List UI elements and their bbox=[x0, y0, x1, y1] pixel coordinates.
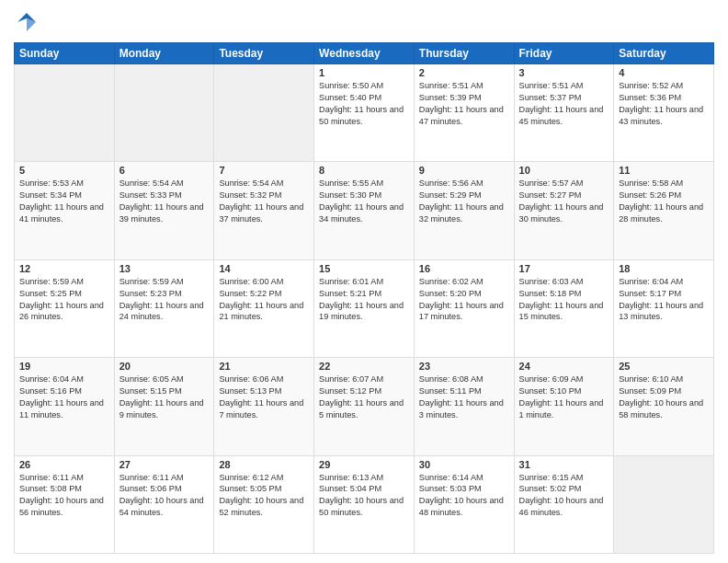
day-number: 21 bbox=[219, 361, 309, 372]
day-info: Sunrise: 6:04 AM Sunset: 5:16 PM Dayligh… bbox=[19, 373, 109, 421]
calendar-week-5: 26Sunrise: 6:11 AM Sunset: 5:08 PM Dayli… bbox=[15, 455, 714, 553]
day-info: Sunrise: 6:05 AM Sunset: 5:15 PM Dayligh… bbox=[119, 373, 210, 421]
weekday-header-wednesday: Wednesday bbox=[314, 43, 415, 64]
day-info: Sunrise: 6:09 AM Sunset: 5:10 PM Dayligh… bbox=[519, 373, 609, 421]
calendar-cell: 8Sunrise: 5:55 AM Sunset: 5:30 PM Daylig… bbox=[314, 162, 415, 259]
day-info: Sunrise: 5:59 AM Sunset: 5:23 PM Dayligh… bbox=[119, 276, 210, 324]
day-info: Sunrise: 5:58 AM Sunset: 5:26 PM Dayligh… bbox=[619, 178, 709, 225]
weekday-row: SundayMondayTuesdayWednesdayThursdayFrid… bbox=[15, 43, 714, 64]
day-number: 1 bbox=[319, 67, 409, 78]
calendar-cell: 21Sunrise: 6:06 AM Sunset: 5:13 PM Dayli… bbox=[214, 358, 314, 455]
day-number: 24 bbox=[519, 361, 609, 372]
page: SundayMondayTuesdayWednesdayThursdayFrid… bbox=[0, 0, 728, 563]
day-info: Sunrise: 6:08 AM Sunset: 5:11 PM Dayligh… bbox=[419, 373, 509, 421]
day-info: Sunrise: 5:57 AM Sunset: 5:27 PM Dayligh… bbox=[519, 178, 609, 225]
calendar-week-4: 19Sunrise: 6:04 AM Sunset: 5:16 PM Dayli… bbox=[15, 358, 714, 455]
day-number: 28 bbox=[219, 459, 309, 470]
day-info: Sunrise: 5:50 AM Sunset: 5:40 PM Dayligh… bbox=[319, 80, 409, 128]
calendar-cell: 18Sunrise: 6:04 AM Sunset: 5:17 PM Dayli… bbox=[614, 259, 714, 357]
day-info: Sunrise: 5:52 AM Sunset: 5:36 PM Dayligh… bbox=[619, 80, 709, 128]
day-info: Sunrise: 5:59 AM Sunset: 5:25 PM Dayligh… bbox=[19, 276, 109, 324]
calendar-cell: 22Sunrise: 6:07 AM Sunset: 5:12 PM Dayli… bbox=[314, 358, 415, 455]
day-info: Sunrise: 5:53 AM Sunset: 5:34 PM Dayligh… bbox=[19, 178, 109, 225]
calendar-cell: 14Sunrise: 6:00 AM Sunset: 5:22 PM Dayli… bbox=[214, 259, 314, 357]
day-number: 31 bbox=[519, 459, 609, 470]
day-number: 13 bbox=[119, 263, 210, 274]
weekday-header-friday: Friday bbox=[514, 43, 614, 64]
calendar-cell bbox=[15, 64, 115, 162]
day-number: 17 bbox=[519, 263, 609, 274]
calendar-cell: 26Sunrise: 6:11 AM Sunset: 5:08 PM Dayli… bbox=[15, 455, 115, 553]
day-info: Sunrise: 6:06 AM Sunset: 5:13 PM Dayligh… bbox=[219, 373, 309, 421]
day-info: Sunrise: 6:10 AM Sunset: 5:09 PM Dayligh… bbox=[619, 373, 709, 421]
calendar-cell bbox=[214, 64, 314, 162]
day-info: Sunrise: 5:54 AM Sunset: 5:32 PM Dayligh… bbox=[219, 178, 309, 225]
day-number: 23 bbox=[419, 361, 509, 372]
day-number: 19 bbox=[19, 361, 109, 372]
calendar-header: SundayMondayTuesdayWednesdayThursdayFrid… bbox=[15, 43, 714, 64]
day-number: 3 bbox=[519, 67, 609, 78]
day-number: 30 bbox=[419, 459, 509, 470]
day-info: Sunrise: 6:04 AM Sunset: 5:17 PM Dayligh… bbox=[619, 276, 709, 324]
calendar-cell: 6Sunrise: 5:54 AM Sunset: 5:33 PM Daylig… bbox=[114, 162, 214, 259]
calendar-week-1: 1Sunrise: 5:50 AM Sunset: 5:40 PM Daylig… bbox=[15, 64, 714, 162]
day-info: Sunrise: 5:51 AM Sunset: 5:39 PM Dayligh… bbox=[419, 80, 509, 128]
day-info: Sunrise: 6:14 AM Sunset: 5:03 PM Dayligh… bbox=[419, 472, 509, 520]
day-info: Sunrise: 6:00 AM Sunset: 5:22 PM Dayligh… bbox=[219, 276, 309, 324]
calendar-cell: 30Sunrise: 6:14 AM Sunset: 5:03 PM Dayli… bbox=[414, 455, 514, 553]
day-number: 7 bbox=[219, 165, 309, 176]
calendar-cell: 4Sunrise: 5:52 AM Sunset: 5:36 PM Daylig… bbox=[614, 64, 714, 162]
day-info: Sunrise: 5:55 AM Sunset: 5:30 PM Dayligh… bbox=[319, 178, 409, 225]
calendar-cell: 7Sunrise: 5:54 AM Sunset: 5:32 PM Daylig… bbox=[214, 162, 314, 259]
day-info: Sunrise: 6:02 AM Sunset: 5:20 PM Dayligh… bbox=[419, 276, 509, 324]
day-number: 11 bbox=[619, 165, 709, 176]
logo-icon bbox=[14, 9, 40, 35]
calendar-cell: 11Sunrise: 5:58 AM Sunset: 5:26 PM Dayli… bbox=[614, 162, 714, 259]
day-number: 5 bbox=[19, 165, 109, 176]
calendar-cell: 16Sunrise: 6:02 AM Sunset: 5:20 PM Dayli… bbox=[414, 259, 514, 357]
day-number: 18 bbox=[619, 263, 709, 274]
day-info: Sunrise: 6:15 AM Sunset: 5:02 PM Dayligh… bbox=[519, 472, 609, 520]
day-info: Sunrise: 6:11 AM Sunset: 5:08 PM Dayligh… bbox=[19, 472, 109, 520]
weekday-header-thursday: Thursday bbox=[414, 43, 514, 64]
calendar-week-2: 5Sunrise: 5:53 AM Sunset: 5:34 PM Daylig… bbox=[15, 162, 714, 259]
calendar-cell bbox=[114, 64, 214, 162]
day-number: 12 bbox=[19, 263, 109, 274]
calendar-week-3: 12Sunrise: 5:59 AM Sunset: 5:25 PM Dayli… bbox=[15, 259, 714, 357]
day-number: 10 bbox=[519, 165, 609, 176]
calendar-cell: 10Sunrise: 5:57 AM Sunset: 5:27 PM Dayli… bbox=[514, 162, 614, 259]
day-number: 2 bbox=[419, 67, 509, 78]
day-info: Sunrise: 6:03 AM Sunset: 5:18 PM Dayligh… bbox=[519, 276, 609, 324]
calendar-cell: 20Sunrise: 6:05 AM Sunset: 5:15 PM Dayli… bbox=[114, 358, 214, 455]
calendar-cell: 19Sunrise: 6:04 AM Sunset: 5:16 PM Dayli… bbox=[15, 358, 115, 455]
day-info: Sunrise: 6:11 AM Sunset: 5:06 PM Dayligh… bbox=[119, 472, 210, 520]
day-info: Sunrise: 5:54 AM Sunset: 5:33 PM Dayligh… bbox=[119, 178, 210, 225]
day-number: 6 bbox=[119, 165, 210, 176]
header bbox=[14, 9, 714, 35]
calendar-cell: 31Sunrise: 6:15 AM Sunset: 5:02 PM Dayli… bbox=[514, 455, 614, 553]
calendar-cell: 23Sunrise: 6:08 AM Sunset: 5:11 PM Dayli… bbox=[414, 358, 514, 455]
calendar-cell: 3Sunrise: 5:51 AM Sunset: 5:37 PM Daylig… bbox=[514, 64, 614, 162]
calendar-table: SundayMondayTuesdayWednesdayThursdayFrid… bbox=[14, 42, 714, 554]
day-info: Sunrise: 5:51 AM Sunset: 5:37 PM Dayligh… bbox=[519, 80, 609, 128]
calendar-cell: 13Sunrise: 5:59 AM Sunset: 5:23 PM Dayli… bbox=[114, 259, 214, 357]
day-number: 15 bbox=[319, 263, 409, 274]
calendar-cell: 28Sunrise: 6:12 AM Sunset: 5:05 PM Dayli… bbox=[214, 455, 314, 553]
day-number: 27 bbox=[119, 459, 210, 470]
calendar-body: 1Sunrise: 5:50 AM Sunset: 5:40 PM Daylig… bbox=[15, 64, 714, 554]
svg-marker-1 bbox=[27, 18, 36, 31]
weekday-header-sunday: Sunday bbox=[15, 43, 115, 64]
day-number: 22 bbox=[319, 361, 409, 372]
calendar-cell: 5Sunrise: 5:53 AM Sunset: 5:34 PM Daylig… bbox=[15, 162, 115, 259]
day-info: Sunrise: 6:07 AM Sunset: 5:12 PM Dayligh… bbox=[319, 373, 409, 421]
calendar-cell: 9Sunrise: 5:56 AM Sunset: 5:29 PM Daylig… bbox=[414, 162, 514, 259]
calendar-cell: 2Sunrise: 5:51 AM Sunset: 5:39 PM Daylig… bbox=[414, 64, 514, 162]
calendar-cell: 15Sunrise: 6:01 AM Sunset: 5:21 PM Dayli… bbox=[314, 259, 415, 357]
day-number: 26 bbox=[19, 459, 109, 470]
day-number: 9 bbox=[419, 165, 509, 176]
day-number: 8 bbox=[319, 165, 409, 176]
day-number: 14 bbox=[219, 263, 309, 274]
day-number: 20 bbox=[119, 361, 210, 372]
calendar-cell: 29Sunrise: 6:13 AM Sunset: 5:04 PM Dayli… bbox=[314, 455, 415, 553]
day-number: 16 bbox=[419, 263, 509, 274]
